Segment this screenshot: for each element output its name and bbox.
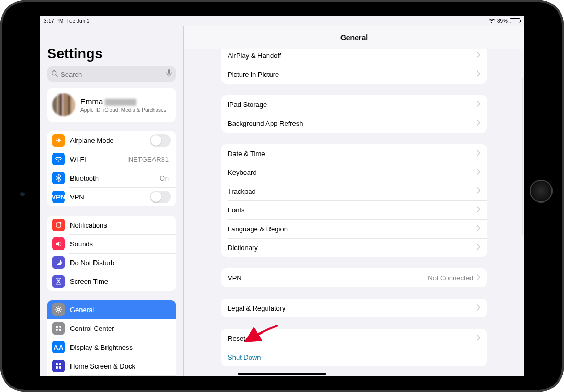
sidebar-item-label: Bluetooth: [70, 174, 160, 182]
profile-row[interactable]: Emma Apple ID, iCloud, Media & Purchases: [47, 88, 176, 122]
search-field[interactable]: [61, 70, 166, 78]
sidebar-group-general: General Control Center AA Display & Brig…: [47, 300, 176, 376]
sidebar-item-label: Screen Time: [70, 278, 171, 286]
svg-rect-7: [56, 326, 58, 328]
vpn-toggle[interactable]: [150, 191, 171, 203]
screen: 3:17 PM Tue Jun 1 89% Settings: [40, 16, 524, 376]
home-button[interactable]: [530, 180, 553, 203]
sounds-icon: [52, 237, 65, 250]
detail-group: Date & Time Keyboard Trackpad Fonts: [221, 144, 487, 257]
row-dictionary[interactable]: Dictionary: [221, 238, 487, 257]
hourglass-icon: [52, 275, 65, 288]
sidebar-item-label: Sounds: [70, 240, 171, 248]
page-title: Settings: [40, 26, 183, 66]
row-label: Picture in Picture: [228, 70, 476, 78]
sidebar-item-accessibility[interactable]: Accessibility: [47, 375, 176, 376]
chevron-right-icon: [476, 51, 480, 60]
mic-icon[interactable]: [166, 69, 172, 79]
bluetooth-icon: [52, 172, 65, 184]
grid-icon: [52, 360, 65, 372]
airplane-toggle[interactable]: [150, 134, 171, 147]
sidebar-item-label: Airplane Mode: [70, 137, 150, 145]
search-icon: [51, 69, 58, 79]
sidebar-item-notifications[interactable]: Notifications: [47, 216, 176, 234]
detail-scroll[interactable]: AirPlay & Handoff Picture in Picture iPa…: [184, 49, 524, 376]
control-center-icon: [52, 322, 65, 335]
row-label: Keyboard: [228, 169, 476, 176]
sidebar-item-label: General: [70, 306, 171, 314]
sidebar-item-wifi[interactable]: Wi-Fi NETGEAR31: [47, 150, 176, 169]
row-label: Shut Down: [228, 353, 480, 361]
row-airplay[interactable]: AirPlay & Handoff: [221, 49, 487, 65]
row-storage[interactable]: iPad Storage: [221, 95, 487, 114]
sidebar-item-sounds[interactable]: Sounds: [47, 234, 176, 253]
row-reset[interactable]: Reset: [221, 329, 487, 348]
svg-point-9: [56, 329, 58, 331]
sidebar-item-vpn[interactable]: VPN VPN: [47, 187, 176, 206]
row-label: Reset: [228, 335, 476, 342]
svg-rect-10: [59, 329, 61, 331]
gear-icon: [52, 303, 65, 316]
chevron-right-icon: [476, 118, 480, 128]
svg-rect-11: [56, 363, 58, 365]
battery-icon: [510, 18, 520, 23]
sidebar-item-screentime[interactable]: Screen Time: [47, 272, 176, 291]
sidebar-group-connectivity: ✈︎ Airplane Mode Wi-Fi NETGEAR31 Bluetoo…: [47, 131, 176, 206]
sidebar-group-alerts: Notifications Sounds Do Not Disturb: [47, 216, 176, 291]
svg-rect-14: [59, 366, 61, 369]
detail-group: iPad Storage Background App Refresh: [221, 95, 487, 133]
chevron-right-icon: [476, 205, 480, 215]
row-label: Date & Time: [228, 150, 476, 158]
row-fonts[interactable]: Fonts: [221, 200, 487, 219]
row-label: VPN: [228, 274, 428, 282]
chevron-right-icon: [476, 273, 480, 282]
row-label: AirPlay & Handoff: [228, 52, 476, 60]
avatar: [52, 93, 75, 116]
sidebar-item-dnd[interactable]: Do Not Disturb: [47, 253, 176, 272]
status-date: Tue Jun 1: [66, 18, 89, 24]
sidebar-item-airplane[interactable]: ✈︎ Airplane Mode: [47, 131, 176, 150]
sidebar-item-label: Home Screen & Dock: [70, 362, 171, 370]
vpn-icon: VPN: [52, 191, 65, 203]
svg-point-8: [59, 326, 61, 328]
row-label: Fonts: [228, 206, 476, 214]
detail-title: General: [184, 26, 524, 49]
vpn-status: Not Connected: [428, 274, 473, 282]
status-bar: 3:17 PM Tue Jun 1 89%: [40, 16, 524, 26]
display-icon: AA: [52, 341, 65, 353]
sidebar-item-display[interactable]: AA Display & Brightness: [47, 338, 176, 357]
row-trackpad[interactable]: Trackpad: [221, 182, 487, 200]
chevron-right-icon: [476, 334, 480, 343]
row-vpn[interactable]: VPN Not Connected: [221, 268, 487, 287]
svg-rect-13: [56, 366, 58, 369]
detail-group: Reset Shut Down: [221, 329, 487, 366]
row-shutdown[interactable]: Shut Down: [221, 348, 487, 366]
sidebar-item-label: Do Not Disturb: [70, 259, 171, 267]
airplane-icon: ✈︎: [52, 134, 65, 147]
sidebar-item-bluetooth[interactable]: Bluetooth On: [47, 169, 176, 187]
row-pip[interactable]: Picture in Picture: [221, 65, 487, 84]
search-input[interactable]: [47, 66, 176, 82]
row-label: iPad Storage: [228, 101, 476, 109]
moon-icon: [52, 256, 65, 269]
notifications-icon: [52, 219, 65, 231]
row-legal[interactable]: Legal & Regulatory: [221, 299, 487, 317]
row-label: Legal & Regulatory: [228, 304, 476, 312]
row-bg-refresh[interactable]: Background App Refresh: [221, 114, 487, 133]
wifi-icon: [489, 19, 495, 23]
row-date-time[interactable]: Date & Time: [221, 144, 487, 163]
svg-point-6: [57, 308, 60, 311]
chevron-right-icon: [476, 303, 480, 313]
detail-group: VPN Not Connected: [221, 268, 487, 287]
sidebar-item-control-center[interactable]: Control Center: [47, 319, 176, 338]
wifi-value: NETGEAR31: [128, 156, 169, 163]
sidebar-item-label: Control Center: [70, 325, 171, 332]
sidebar-item-homescreen[interactable]: Home Screen & Dock: [47, 357, 176, 375]
row-keyboard[interactable]: Keyboard: [221, 163, 487, 182]
sidebar-item-general[interactable]: General: [47, 300, 176, 319]
chevron-right-icon: [476, 243, 480, 252]
row-language[interactable]: Language & Region: [221, 219, 487, 238]
svg-rect-2: [168, 69, 170, 74]
home-indicator[interactable]: [238, 373, 326, 375]
battery-percent: 89%: [497, 18, 508, 24]
